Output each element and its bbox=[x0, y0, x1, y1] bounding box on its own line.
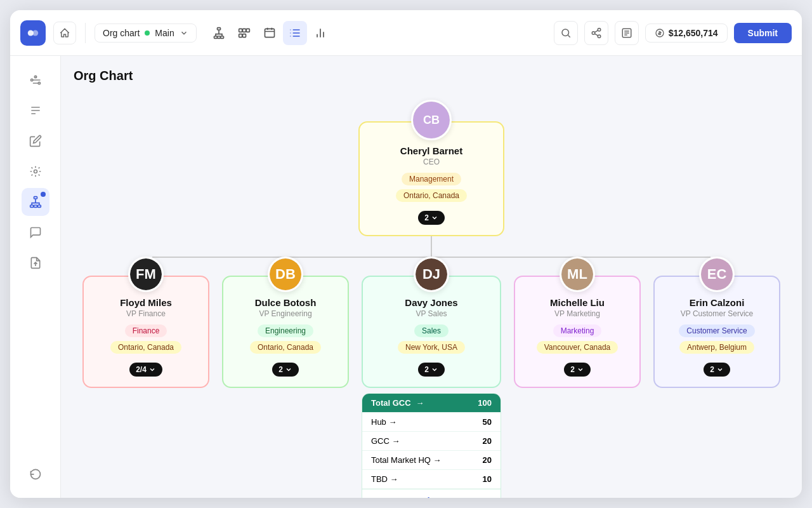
metric-tbd[interactable]: TBD → 10 bbox=[362, 470, 501, 489]
michelle-name: Michelle Liu bbox=[550, 297, 605, 308]
chevron-down-icon bbox=[180, 29, 188, 37]
sidebar-undo-icon[interactable] bbox=[22, 460, 49, 488]
toolbar-icons bbox=[207, 21, 332, 45]
svg-point-15 bbox=[598, 35, 601, 38]
svg-point-14 bbox=[592, 31, 595, 34]
ceo-avatar: CB bbox=[411, 100, 452, 140]
metric-hub[interactable]: Hub → 50 bbox=[362, 413, 501, 432]
sidebar-filter-icon[interactable] bbox=[22, 66, 49, 94]
children-row: FM Floyd Miles VP Finance Finance Ontari… bbox=[74, 258, 789, 498]
logo-button[interactable] bbox=[20, 20, 46, 46]
home-button[interactable] bbox=[53, 22, 76, 44]
erin-avatar: EC bbox=[699, 257, 735, 292]
svg-rect-5 bbox=[220, 36, 223, 38]
submit-button[interactable]: Submit bbox=[734, 23, 792, 43]
floyd-loc: Ontario, Canada bbox=[110, 341, 181, 354]
svg-rect-9 bbox=[239, 34, 242, 37]
svg-point-20 bbox=[38, 82, 40, 84]
michelle-card[interactable]: ML Michelle Liu VP Marketing Marketing V… bbox=[514, 276, 641, 388]
map-view-btn[interactable] bbox=[232, 21, 256, 45]
sidebar-org-icon[interactable] bbox=[22, 188, 49, 216]
erin-card[interactable]: EC Erin Calzoni VP Customer Service Cust… bbox=[653, 276, 780, 388]
ceo-title: CEO bbox=[423, 157, 440, 166]
davy-loc: New York, USA bbox=[398, 341, 465, 354]
dulce-title: VP Engineering bbox=[259, 309, 311, 318]
davy-name: Davy Jones bbox=[405, 297, 457, 308]
floyd-expand-btn[interactable]: 2/4 bbox=[129, 363, 162, 377]
analytics-view-btn[interactable] bbox=[308, 21, 332, 45]
svg-point-13 bbox=[598, 28, 601, 31]
erin-dept: Customer Service bbox=[679, 324, 754, 337]
michelle-expand-btn[interactable]: 2 bbox=[564, 363, 591, 377]
coin-icon bbox=[655, 28, 665, 38]
floyd-dept: Finance bbox=[125, 324, 167, 337]
michelle-col: ML Michelle Liu VP Marketing Marketing V… bbox=[514, 258, 641, 388]
svg-rect-11 bbox=[265, 29, 274, 37]
dulce-loc: Ontario, Canada bbox=[250, 341, 321, 354]
hierarchy-view-btn[interactable] bbox=[207, 21, 231, 45]
svg-point-1 bbox=[32, 30, 38, 36]
floyd-avatar: FM bbox=[128, 257, 164, 292]
sidebar-chat-icon[interactable] bbox=[22, 218, 49, 246]
list-view-btn[interactable] bbox=[283, 21, 307, 45]
metric-total-market[interactable]: Total Market HQ → 20 bbox=[362, 451, 501, 470]
dulce-avatar: DB bbox=[268, 257, 303, 292]
davy-expand-btn[interactable]: 2 bbox=[418, 363, 445, 377]
left-sidebar bbox=[10, 56, 61, 498]
erin-title: VP Customer Service bbox=[681, 309, 754, 318]
canvas: Org Chart CB Cheryl Barnet CEO Managemen… bbox=[61, 56, 802, 498]
top-bar: Org chart Main bbox=[10, 10, 802, 56]
davy-card[interactable]: DJ Davy Jones VP Sales Sales New York, U… bbox=[362, 276, 501, 388]
svg-rect-25 bbox=[37, 205, 41, 207]
floyd-card[interactable]: FM Floyd Miles VP Finance Finance Ontari… bbox=[82, 276, 209, 388]
org-tree: CB Cheryl Barnet CEO Management Ontario,… bbox=[74, 93, 789, 498]
svg-rect-6 bbox=[239, 29, 242, 32]
ceo-dept-tag: Management bbox=[402, 173, 461, 185]
michelle-loc: Vancouver, Canada bbox=[537, 341, 619, 354]
app-container: Org chart Main bbox=[10, 10, 802, 498]
davy-col: DJ Davy Jones VP Sales Sales New York, U… bbox=[362, 258, 501, 498]
svg-rect-24 bbox=[34, 205, 37, 207]
metric-gcc[interactable]: GCC → 20 bbox=[362, 432, 501, 451]
svg-point-12 bbox=[562, 29, 569, 36]
divider bbox=[85, 23, 86, 43]
root-node-wrap: CB Cheryl Barnet CEO Management Ontario,… bbox=[358, 93, 504, 257]
money-value: $12,650,714 bbox=[669, 28, 718, 38]
sidebar-menu-icon[interactable] bbox=[22, 97, 49, 124]
sidebar-badge bbox=[41, 192, 46, 197]
ceo-name: Cheryl Barnet bbox=[400, 145, 462, 156]
money-display[interactable]: $12,650,714 bbox=[645, 23, 728, 43]
top-right: $12,650,714 Submit bbox=[554, 21, 792, 45]
svg-rect-7 bbox=[242, 29, 246, 32]
davy-avatar: DJ bbox=[414, 257, 449, 292]
branch-dot bbox=[145, 30, 150, 36]
calendar-view-btn[interactable] bbox=[258, 21, 282, 45]
svg-rect-2 bbox=[217, 27, 220, 29]
ceo-expand-btn[interactable]: 2 bbox=[418, 211, 445, 225]
page-title: Org Chart bbox=[74, 69, 789, 83]
load-more-button[interactable]: Load more bbox=[362, 489, 501, 498]
erin-col: EC Erin Calzoni VP Customer Service Cust… bbox=[653, 258, 780, 388]
notes-button[interactable] bbox=[615, 21, 639, 45]
floyd-col: FM Floyd Miles VP Finance Finance Ontari… bbox=[82, 258, 209, 388]
michelle-dept: Marketing bbox=[553, 324, 602, 337]
svg-rect-22 bbox=[34, 197, 37, 199]
svg-rect-23 bbox=[30, 205, 33, 207]
sidebar-settings-icon[interactable] bbox=[22, 157, 49, 185]
sidebar-edit-icon[interactable] bbox=[22, 127, 49, 155]
dulce-expand-btn[interactable]: 2 bbox=[272, 363, 299, 377]
ceo-card[interactable]: CB Cheryl Barnet CEO Management Ontario,… bbox=[358, 121, 504, 236]
sidebar-export-icon[interactable] bbox=[22, 249, 49, 277]
metric-total-gcc[interactable]: Total GCC → 100 bbox=[362, 394, 501, 413]
erin-loc: Antwerp, Belgium bbox=[679, 341, 754, 354]
dulce-card[interactable]: DB Dulce Botosh VP Engineering Engineeri… bbox=[222, 276, 349, 388]
ceo-avatar-image: CB bbox=[413, 102, 450, 138]
share-button[interactable] bbox=[584, 21, 608, 45]
erin-expand-btn[interactable]: 2 bbox=[704, 363, 730, 377]
davy-metrics-panel: Total GCC → 100 Hub → 50 GCC → 20 bbox=[362, 393, 501, 498]
search-button[interactable] bbox=[554, 21, 578, 45]
root-connector bbox=[431, 236, 432, 257]
org-chart-selector[interactable]: Org chart Main bbox=[95, 23, 197, 43]
org-chart-label: Org chart bbox=[103, 28, 140, 38]
floyd-name: Floyd Miles bbox=[120, 297, 172, 308]
